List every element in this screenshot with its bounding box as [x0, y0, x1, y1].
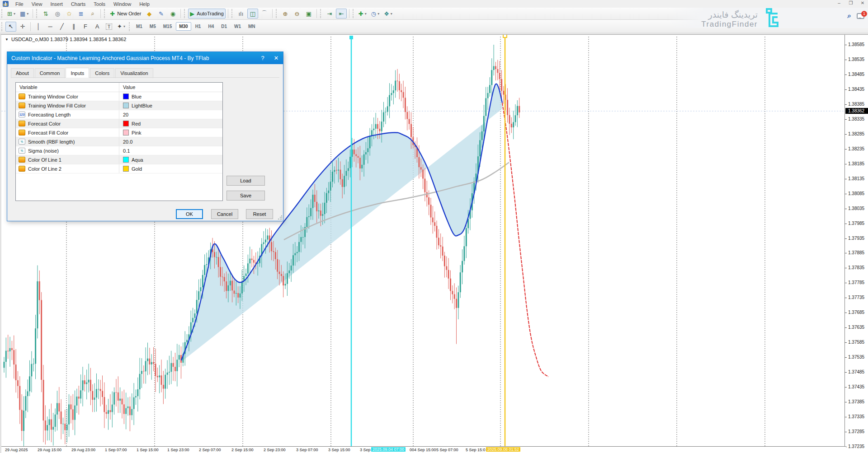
tab-common[interactable]: Common	[35, 68, 65, 78]
toolbar-grip[interactable]	[104, 9, 106, 18]
autotrading-button[interactable]: ▶AutoTrading	[188, 9, 226, 19]
timeframe-mn-button[interactable]: MN	[245, 22, 259, 31]
strategy-tester-button[interactable]: ⌕	[87, 9, 98, 19]
chart-shift-button[interactable]: ⇤	[336, 9, 347, 19]
metaeditor-button[interactable]: ✎	[156, 9, 166, 19]
menu-help[interactable]: Help	[135, 1, 154, 7]
expert-advisors-button[interactable]: ◆	[144, 9, 155, 19]
dialog-resize-grip[interactable]	[278, 215, 282, 220]
toolbar-grip[interactable]	[320, 9, 322, 18]
param-row[interactable]: Training Window Fill ColorLightBlue	[16, 101, 222, 110]
zoom-out-button[interactable]: ⊖	[292, 9, 302, 19]
timeframe-m15-button[interactable]: M15	[160, 22, 175, 31]
dialog-help-button[interactable]: ?	[256, 55, 269, 61]
tile-windows-button[interactable]: ▣	[303, 9, 314, 19]
price-axis[interactable]: 1.385851.385351.384851.384351.383851.383…	[844, 35, 868, 447]
new-order-button[interactable]: ✚New Order	[108, 9, 143, 19]
toolbar-grip[interactable]	[231, 9, 234, 18]
timeframe-h4-button[interactable]: H4	[205, 22, 217, 31]
ok-button[interactable]: OK	[176, 209, 203, 219]
time-axis[interactable]: 29 Aug 202529 Aug 15:0029 Aug 23:001 Sep…	[1, 446, 846, 453]
signals-button[interactable]: ◉	[167, 9, 178, 19]
reset-button[interactable]: Reset	[246, 209, 273, 219]
periods-button[interactable]: ◷▾	[369, 9, 381, 19]
line-chart-mode-button[interactable]: ⌒	[259, 9, 270, 19]
close-button[interactable]: ✕	[859, 0, 866, 5]
data-window-button[interactable]: ◎	[52, 9, 63, 19]
profiles-button[interactable]: ▦▾	[18, 9, 30, 19]
timeframe-h1-button[interactable]: H1	[192, 22, 204, 31]
trendline-tool-button[interactable]: ╱	[57, 22, 67, 32]
chevron-down-icon[interactable]: ▾	[391, 12, 392, 16]
chevron-down-icon[interactable]: ▼	[5, 37, 9, 42]
tab-visualization[interactable]: Visualization	[115, 68, 153, 78]
toolbar-grip[interactable]	[276, 9, 278, 18]
param-row[interactable]: Color Of Line 1Aqua	[16, 155, 222, 164]
templates-button[interactable]: ❖▾	[382, 9, 394, 19]
time-axis-label: 29 Aug 23:00	[71, 448, 95, 452]
horizontal-line-icon: ─	[48, 23, 52, 30]
param-row[interactable]: Color Of Line 2Gold	[16, 164, 222, 173]
terminal-button[interactable]: ≣	[75, 9, 86, 19]
menu-insert[interactable]: Insert	[46, 1, 67, 7]
chevron-down-icon[interactable]: ▾	[27, 12, 28, 16]
cancel-button[interactable]: Cancel	[211, 209, 238, 219]
menu-tools[interactable]: Tools	[90, 1, 109, 7]
chevron-down-icon[interactable]: ▾	[123, 24, 125, 28]
restore-button[interactable]: ❐	[847, 0, 854, 5]
dialog-title-bar[interactable]: Custom Indicator - Machine Learning Anch…	[7, 52, 283, 64]
menu-window[interactable]: Window	[109, 1, 135, 7]
zoom-in-button[interactable]: ⊕	[280, 9, 291, 19]
fibonacci-tool-button[interactable]: F	[80, 22, 91, 32]
chevron-down-icon[interactable]: ▾	[377, 12, 379, 16]
minimize-button[interactable]: –	[835, 0, 843, 5]
inputs-table[interactable]: Variable Value Training Window ColorBlue…	[15, 82, 223, 201]
indicators-button[interactable]: ✚▾	[357, 9, 368, 19]
tab-inputs[interactable]: Inputs	[66, 68, 89, 78]
toolbar-grip[interactable]	[129, 22, 131, 31]
new-chart-button[interactable]: ⊞▾	[5, 9, 17, 19]
toolbar-grip[interactable]	[353, 9, 355, 18]
param-row[interactable]: ½Smooth (RBF length)20.0	[16, 137, 222, 146]
tab-colors[interactable]: Colors	[90, 68, 114, 78]
toolbar-grip[interactable]	[1, 9, 4, 18]
toolbar-grip[interactable]	[1, 22, 4, 31]
candle-chart-mode-button[interactable]: ◫	[247, 9, 258, 19]
arrows-tool-button[interactable]: ✦▾	[115, 22, 127, 32]
auto-scroll-button[interactable]: ⇥	[324, 9, 335, 19]
save-button[interactable]: Save	[226, 191, 265, 201]
bar-chart-mode-button[interactable]: ıІı	[236, 9, 246, 19]
dialog-close-button[interactable]: ✕	[269, 55, 283, 61]
toolbar-grip[interactable]	[36, 9, 38, 18]
chevron-down-icon[interactable]: ▾	[365, 12, 367, 16]
navigator-button[interactable]: ✩	[64, 9, 75, 19]
param-row[interactable]: Forecast ColorRed	[16, 119, 222, 128]
equidistant-channel-tool-button[interactable]: ∥	[68, 22, 79, 32]
text-label-tool-button[interactable]: T	[104, 22, 114, 32]
timeframe-d1-button[interactable]: D1	[218, 22, 230, 31]
param-row[interactable]: Training Window ColorBlue	[16, 92, 222, 101]
horizontal-line-tool-button[interactable]: ─	[45, 22, 56, 32]
text-tool-button[interactable]: A	[92, 22, 103, 32]
timeframe-m1-button[interactable]: M1	[133, 22, 146, 31]
chevron-down-icon[interactable]: ▾	[14, 12, 15, 16]
market-watch-button[interactable]: ⇅	[40, 9, 51, 19]
search-icon[interactable]: ⌕	[848, 12, 851, 20]
crosshair-tool-button[interactable]: ✛	[17, 22, 28, 32]
param-row[interactable]: 123Forecasting Length20	[16, 110, 222, 119]
vertical-line-tool-button[interactable]: │	[33, 22, 44, 32]
timeframe-m30-button[interactable]: M30	[176, 22, 191, 31]
timeframe-w1-button[interactable]: W1	[231, 22, 244, 31]
load-button[interactable]: Load	[226, 176, 265, 186]
timeframe-m5-button[interactable]: M5	[146, 22, 159, 31]
menu-charts[interactable]: Charts	[67, 1, 90, 7]
toolbar-grip[interactable]	[184, 9, 186, 18]
cursor-tool-button[interactable]: ↖	[5, 22, 16, 32]
param-row[interactable]: ½Sigma (noise)0.1	[16, 146, 222, 155]
menu-file[interactable]: File	[11, 1, 28, 7]
table-header: Variable Value	[16, 83, 222, 92]
notifications-icon[interactable]: 1	[857, 13, 864, 19]
menu-view[interactable]: View	[28, 1, 47, 7]
param-row[interactable]: Forecast Fill ColorPink	[16, 128, 222, 137]
tab-about[interactable]: About	[11, 68, 34, 78]
